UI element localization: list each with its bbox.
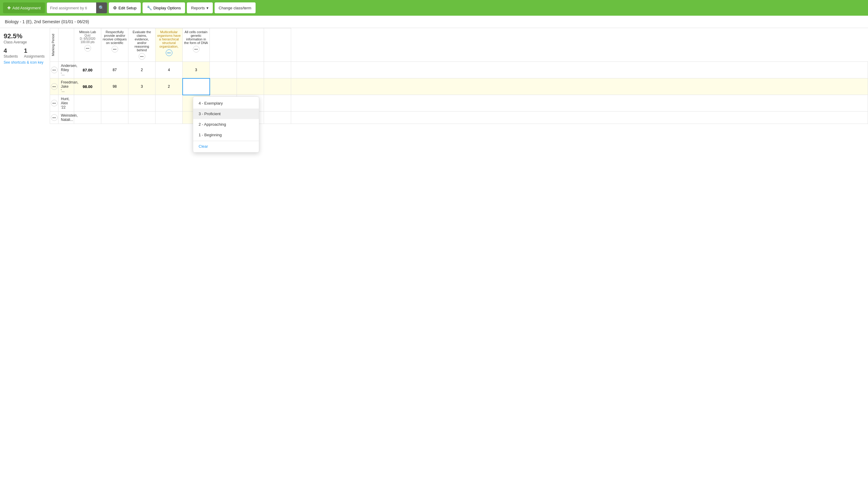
display-options-button[interactable]: 🔧 Display Options [143,2,185,13]
grade-andersen-extra1[interactable] [237,62,264,78]
grade-andersen-extra2[interactable] [264,62,291,78]
dropdown-clear[interactable]: Clear [193,142,259,151]
change-class-button[interactable]: Change class/term [215,2,256,13]
col-title-multicellular: Multicellular organisms have a hierarchi… [157,30,181,48]
add-assignment-label: Add Assignment [12,6,41,10]
chevron-down-icon: ▾ [206,6,209,10]
students-stat: 4 Students [4,47,18,58]
table-row: ••• Hunt, Alex '22 [50,95,868,112]
class-title: Biology - 1 (E), 2nd Semester (01/01 - 0… [5,19,89,24]
add-assignment-button[interactable]: ✚ Add Assignment [3,2,45,13]
grade-weinstein-respectfully[interactable] [129,112,156,124]
grade-freedman-allcells[interactable] [210,78,237,95]
shortcuts-link[interactable]: See shortcuts & icon key [4,60,46,65]
grade-freedman-extra3[interactable] [291,78,868,95]
row-menu-hunt[interactable]: ••• [51,100,57,106]
grade-andersen-allcells[interactable] [210,62,237,78]
reports-button[interactable]: Reports ▾ [187,2,213,13]
reports-label: Reports [191,6,205,10]
plus-icon: ✚ [7,5,11,10]
class-avg-label: Class Average [4,40,46,44]
empty-col-2 [237,28,264,62]
display-options-label: Display Options [153,6,181,10]
grade-freedman-mitosis[interactable] [101,78,129,95]
col-title-allcells: All cells contain genetic information in… [184,30,208,44]
grade-weinstein-evaluate[interactable] [156,112,183,124]
student-name-hunt: Hunt, Alex '22 [58,95,74,112]
stats-row: 4 Students 1 Assignments [4,47,46,58]
grade-freedman-respectfully[interactable] [129,78,156,95]
avg-header [58,28,74,62]
row-menu-cell-weinstein: ••• [50,112,58,124]
change-class-label: Change class/term [219,6,251,10]
table-row: ••• Andersen, Riley '... 87.00 [50,62,868,78]
col-header-mitosis: Mitosis Lab Quiz D: 6/5/2020 100.00 pts … [74,28,101,62]
option-2-approaching[interactable]: 2 - Approaching [193,119,259,130]
grade-hunt-extra3[interactable] [291,95,868,112]
grade-hunt-mitosis[interactable] [101,95,129,112]
toolbar: ✚ Add Assignment 🔍 ⚙ Edit Setup 🔧 Displa… [0,0,868,16]
col-menu-evaluate[interactable]: ••• [139,53,145,60]
grade-weinstein-mitosis[interactable] [101,112,129,124]
row-menu-cell-freedman: ••• [50,78,58,95]
student-name-weinstein: Weinstein, Natali... [58,112,74,124]
grade-weinstein-extra3[interactable] [291,112,868,124]
grade-area: 92.5% Class Average 4 Students 1 Assignm… [0,28,868,124]
student-avg-andersen: 87.00 [74,62,101,78]
edit-setup-label: Edit Setup [118,6,136,10]
col-header-allcells: All cells contain genetic information in… [183,28,210,62]
page-content: Biology - 1 (E), 2nd Semester (01/01 - 0… [0,16,868,498]
gear-icon: ⚙ [113,5,117,10]
row-menu-freedman[interactable]: ••• [51,83,57,90]
grade-freedman-extra2[interactable] [264,78,291,95]
row-menu-cell-hunt: ••• [50,95,58,112]
search-button[interactable]: 🔍 [96,2,107,13]
grade-weinstein-extra2[interactable] [264,112,291,124]
col-title-respectfully: Respectfully provide and/or receive crit… [103,30,127,44]
assignments-label: Assignments [24,54,44,58]
row-menu-andersen[interactable]: ••• [51,67,57,73]
students-count: 4 [4,47,18,54]
col-menu-respectfully[interactable]: ••• [111,46,118,52]
students-label: Students [4,54,18,58]
option-4-exemplary[interactable]: 4 - Exemplary [193,98,259,108]
grade-andersen-extra3[interactable] [291,62,868,78]
grade-dropdown: 4 - Exemplary 3 - Proficient 2 - Approac… [193,96,259,153]
search-wrap: 🔍 [47,2,107,13]
student-name-freedman: Freedman, Jake '... [58,78,74,95]
empty-col-3 [264,28,291,62]
grade-andersen-multicellular[interactable] [183,62,210,78]
edit-setup-button[interactable]: ⚙ Edit Setup [109,2,141,13]
col-title-evaluate: Evaluate the claims, evidence, and/or re… [130,30,154,52]
grade-andersen-respectfully[interactable] [129,62,156,78]
col-menu-allcells[interactable]: ••• [193,46,200,52]
empty-col-1 [210,28,237,62]
student-name-andersen: Andersen, Riley '... [58,62,74,78]
assignments-count: 1 [24,47,44,54]
assignments-stat: 1 Assignments [24,47,44,58]
option-1-beginning[interactable]: 1 - Beginning [193,130,259,140]
grade-andersen-evaluate[interactable] [156,62,183,78]
option-3-proficient[interactable]: 3 - Proficient [193,108,259,119]
col-menu-mitosis[interactable]: ••• [84,45,91,52]
student-avg-weinstein [74,112,101,124]
col-menu-multicellular[interactable]: ••• [166,50,172,56]
row-menu-cell-andersen: ••• [50,62,58,78]
class-avg-pct: 92.5% [4,32,46,40]
grade-freedman-extra1[interactable] [237,78,264,95]
marking-period-label: Marking Period [50,32,56,58]
grade-hunt-evaluate[interactable] [156,95,183,112]
grade-andersen-mitosis[interactable] [101,62,129,78]
col-title-mitosis: Mitosis Lab [75,30,100,34]
stats-panel: 92.5% Class Average 4 Students 1 Assignm… [0,28,50,124]
grade-hunt-extra2[interactable] [264,95,291,112]
grade-freedman-evaluate[interactable] [156,78,183,95]
col-header-multicellular: Multicellular organisms have a hierarchi… [156,28,183,62]
grade-table: Marking Period Mitosis Lab Quiz D: 6/5/2… [50,28,868,124]
grade-hunt-respectfully[interactable] [129,95,156,112]
class-subtitle: Biology - 1 (E), 2nd Semester (01/01 - 0… [0,16,868,28]
student-avg-hunt [74,95,101,112]
wrench-icon: 🔧 [147,5,152,10]
row-menu-weinstein[interactable]: ••• [51,114,57,121]
grade-freedman-multicellular[interactable] [183,78,210,95]
